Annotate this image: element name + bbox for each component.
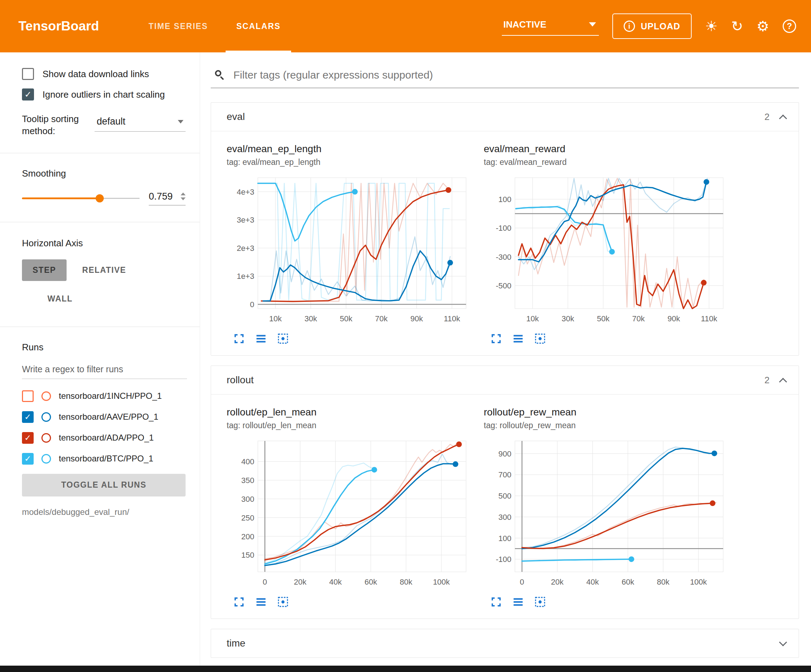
info-icon: i	[624, 20, 635, 32]
svg-text:20k: 20k	[294, 577, 307, 586]
svg-text:0: 0	[250, 300, 254, 309]
tag-filter-bar	[211, 66, 799, 88]
data-table-icon[interactable]	[255, 333, 267, 345]
axis-step-button[interactable]: STEP	[22, 259, 66, 281]
chevron-down-icon[interactable]	[779, 638, 787, 647]
chart-eval-mean-reward: eval/mean_reward tag: eval/mean_reward 1…	[484, 143, 734, 345]
expand-chart-icon[interactable]	[490, 596, 502, 608]
show-download-links-checkbox[interactable]: Show data download links	[22, 68, 194, 80]
svg-text:100k: 100k	[690, 577, 707, 586]
data-table-icon[interactable]	[512, 596, 524, 608]
line-chart[interactable]: 10k30k50k70k90k110k01e+32e+33e+34e+3	[227, 173, 472, 328]
tab-time-series[interactable]: TIME SERIES	[134, 0, 222, 52]
settings-gear-icon[interactable]: ⚙	[757, 19, 769, 33]
svg-text:40k: 40k	[329, 577, 342, 586]
brightness-icon[interactable]: ☀	[705, 19, 718, 33]
chart-tag: tag: rollout/ep_len_mean	[227, 421, 477, 430]
section-rollout: rollout 2 rollout/ep_len_mean tag: rollo…	[211, 366, 799, 619]
run-label: tensorboard/BTC/PPO_1	[59, 454, 153, 464]
help-icon[interactable]: ?	[783, 19, 796, 33]
svg-text:10k: 10k	[526, 314, 539, 323]
scalars-dashboard: eval 2 eval/mean_ep_length tag: eval/mea…	[200, 52, 811, 665]
refresh-icon[interactable]: ↻	[731, 19, 743, 33]
search-icon	[214, 69, 226, 81]
svg-text:30k: 30k	[305, 314, 317, 323]
section-header-eval[interactable]: eval 2	[211, 103, 799, 131]
section-eval: eval 2 eval/mean_ep_length tag: eval/mea…	[211, 102, 799, 355]
run-item[interactable]: ✓ tensorboard/BTC/PPO_1	[22, 453, 187, 465]
tooltip-sorting-label: Tooltip sorting method:	[22, 113, 95, 137]
horizontal-axis-label: Horizontal Axis	[22, 238, 186, 249]
expand-chart-icon[interactable]	[490, 333, 502, 345]
checkbox-icon	[22, 68, 34, 80]
smoothing-value-input[interactable]: 0.759	[149, 191, 186, 206]
chart-eval-mean-ep-length: eval/mean_ep_length tag: eval/mean_ep_le…	[227, 143, 477, 345]
svg-text:-500: -500	[496, 281, 511, 290]
svg-text:80k: 80k	[400, 577, 412, 586]
chart-actions	[227, 596, 477, 608]
run-item[interactable]: ✓ tensorboard/ADA/PPO_1	[22, 432, 187, 444]
svg-text:200: 200	[241, 532, 254, 541]
chevron-up-icon[interactable]	[779, 115, 787, 123]
chart-tag: tag: eval/mean_ep_length	[227, 157, 477, 167]
checkbox-label: Ignore outliers in chart scaling	[42, 89, 165, 100]
dashboard-tabs: TIME SERIES SCALARS	[134, 0, 295, 52]
line-chart[interactable]: 10k30k50k70k90k110k100-100-300-500	[484, 173, 729, 328]
expand-chart-icon[interactable]	[233, 596, 245, 608]
divider	[0, 153, 200, 153]
upload-button[interactable]: i UPLOAD	[612, 14, 692, 39]
fit-domain-icon[interactable]	[534, 333, 546, 345]
svg-text:-100: -100	[496, 223, 511, 232]
run-color-circle-icon	[41, 412, 51, 422]
section-header-rollout[interactable]: rollout 2	[211, 366, 799, 394]
svg-text:350: 350	[241, 476, 254, 485]
line-chart[interactable]: 020k40k60k80k100k-100100300500700900	[484, 436, 729, 592]
data-table-icon[interactable]	[512, 333, 524, 345]
tooltip-sorting-dropdown[interactable]: default	[95, 115, 186, 132]
section-title: time	[227, 638, 246, 649]
slider-thumb[interactable]	[96, 194, 104, 202]
stepper-arrows-icon[interactable]	[181, 193, 186, 200]
chart-actions	[484, 333, 734, 345]
chart-rollout-ep-len-mean: rollout/ep_len_mean tag: rollout/ep_len_…	[227, 406, 477, 608]
runs-filter-input[interactable]	[22, 362, 187, 379]
status-dropdown[interactable]: INACTIVE	[502, 17, 599, 36]
fit-domain-icon[interactable]	[277, 333, 289, 345]
run-item[interactable]: ✓ tensorboard/AAVE/PPO_1	[22, 411, 187, 423]
run-color-circle-icon	[41, 391, 51, 401]
horizontal-axis-control: Horizontal Axis STEP RELATIVE WALL	[22, 238, 186, 310]
chart-title: rollout/ep_len_mean	[227, 406, 477, 418]
expand-chart-icon[interactable]	[233, 333, 245, 345]
run-color-circle-icon	[41, 433, 51, 443]
status-label: INACTIVE	[503, 19, 546, 30]
section-title: rollout	[227, 374, 254, 386]
run-label: tensorboard/AAVE/PPO_1	[59, 412, 158, 422]
svg-text:100k: 100k	[433, 577, 450, 586]
section-header-time[interactable]: time	[211, 629, 799, 657]
smoothing-slider[interactable]	[22, 192, 139, 205]
fit-domain-icon[interactable]	[277, 596, 289, 608]
chart-title: eval/mean_reward	[484, 143, 734, 155]
fit-domain-icon[interactable]	[534, 596, 546, 608]
svg-text:300: 300	[241, 495, 254, 504]
line-chart[interactable]: 020k40k60k80k100k150200250300350400	[227, 436, 472, 592]
ignore-outliers-checkbox[interactable]: ✓ Ignore outliers in chart scaling	[22, 88, 194, 100]
svg-text:4e+3: 4e+3	[237, 188, 254, 196]
run-item[interactable]: tensorboard/1INCH/PPO_1	[22, 390, 187, 402]
data-table-icon[interactable]	[255, 596, 267, 608]
axis-wall-button[interactable]: WALL	[37, 288, 83, 310]
svg-text:500: 500	[498, 491, 511, 500]
tab-scalars[interactable]: SCALARS	[222, 0, 295, 52]
svg-text:3e+3: 3e+3	[237, 215, 254, 224]
tag-filter-input[interactable]	[232, 69, 797, 81]
svg-text:90k: 90k	[411, 314, 423, 323]
chart-actions	[484, 596, 734, 608]
section-body: rollout/ep_len_mean tag: rollout/ep_len_…	[211, 394, 799, 619]
chevron-up-icon[interactable]	[779, 378, 787, 386]
smoothing-value: 0.759	[149, 191, 173, 202]
smoothing-label: Smoothing	[22, 168, 186, 179]
axis-relative-button[interactable]: RELATIVE	[71, 259, 137, 281]
svg-text:80k: 80k	[657, 577, 670, 586]
toggle-all-runs-button[interactable]: TOGGLE ALL RUNS	[22, 474, 186, 496]
svg-text:-300: -300	[496, 253, 511, 262]
